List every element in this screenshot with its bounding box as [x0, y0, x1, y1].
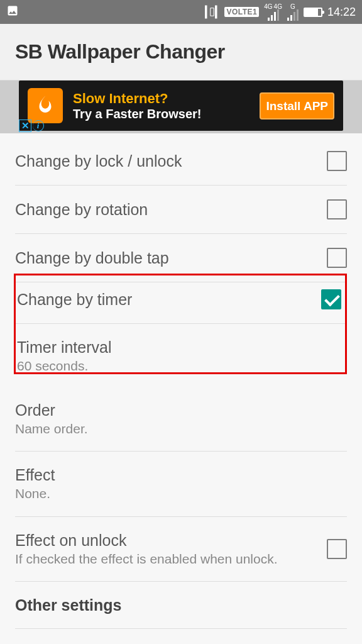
setting-effect-on-unlock[interactable]: Effect on unlock If checked the effect i…: [15, 517, 347, 582]
ad-container: Slow Internet? Try a Faster Browser! Ins…: [0, 80, 362, 133]
install-app-button[interactable]: Install APP: [260, 92, 334, 119]
ad-controls: ✕ i: [19, 119, 44, 132]
ad-banner[interactable]: Slow Internet? Try a Faster Browser! Ins…: [19, 80, 343, 131]
signal-bars-icon: [268, 9, 279, 21]
setting-change-by-double-tap[interactable]: Change by double tap: [15, 234, 347, 282]
setting-title: Effect on unlock: [15, 531, 317, 550]
vibrate-icon: [205, 3, 219, 21]
setting-change-by-lock[interactable]: Change by lock / unlock: [15, 133, 347, 186]
setting-title: Timer interval: [17, 338, 331, 357]
setting-subtitle: None.: [15, 486, 337, 502]
checkbox-icon[interactable]: [327, 539, 347, 559]
signal-1: 4G4G: [264, 4, 282, 21]
clock: 14:22: [327, 6, 356, 19]
setting-timer-interval[interactable]: Timer interval 60 seconds.: [16, 324, 345, 383]
setting-subtitle: If checked the effect is enabled when un…: [15, 551, 317, 567]
checkbox-icon[interactable]: [327, 199, 347, 219]
section-other-settings: Other settings: [15, 582, 347, 629]
picture-icon: [6, 4, 19, 17]
setting-order[interactable]: Order Name order.: [15, 387, 347, 452]
status-bar: VOLTE1 4G4G G 14:22: [0, 0, 362, 24]
setting-change-by-timer[interactable]: Change by timer: [16, 275, 345, 324]
svg-rect-2: [215, 6, 217, 19]
signal-bars-icon: [287, 9, 299, 21]
signal-2: G: [287, 4, 299, 21]
svg-rect-1: [211, 8, 214, 16]
volte-badge: VOLTE1: [224, 7, 259, 17]
checkbox-checked-icon[interactable]: [321, 289, 341, 309]
setting-title: Change by rotation: [15, 200, 317, 219]
highlight-annotation: Change by timer Timer interval 60 second…: [14, 274, 347, 374]
battery-icon: [304, 8, 322, 17]
checkbox-icon[interactable]: [327, 151, 347, 171]
setting-exclude-status-bar[interactable]: Exclude status bar If the top of the ima…: [15, 629, 347, 644]
setting-effect[interactable]: Effect None.: [15, 452, 347, 516]
setting-title: Order: [15, 401, 337, 419]
settings-list-continued: Order Name order. Effect None. Effect on…: [0, 387, 362, 644]
checkbox-icon[interactable]: [327, 248, 347, 268]
setting-title: Change by lock / unlock: [15, 152, 317, 170]
settings-list: Change by lock / unlock Change by rotati…: [0, 133, 362, 282]
ad-info-icon[interactable]: i: [33, 120, 44, 131]
app-bar: SB Wallpaper Changer: [0, 24, 362, 80]
uc-logo-icon: [28, 88, 63, 123]
page-title: SB Wallpaper Changer: [15, 40, 225, 64]
section-title: Other settings: [15, 596, 337, 614]
setting-subtitle: Name order.: [15, 421, 337, 437]
ad-text: Slow Internet? Try a Faster Browser!: [73, 91, 260, 121]
setting-subtitle: 60 seconds.: [17, 358, 331, 374]
setting-title: Change by double tap: [15, 248, 317, 267]
status-right: VOLTE1 4G4G G 14:22: [205, 3, 356, 21]
status-left: [6, 4, 19, 20]
setting-title: Change by timer: [17, 290, 311, 309]
close-ad-icon[interactable]: ✕: [19, 119, 31, 132]
svg-rect-0: [205, 6, 207, 19]
setting-change-by-rotation[interactable]: Change by rotation: [15, 186, 347, 234]
setting-title: Effect: [15, 465, 337, 484]
